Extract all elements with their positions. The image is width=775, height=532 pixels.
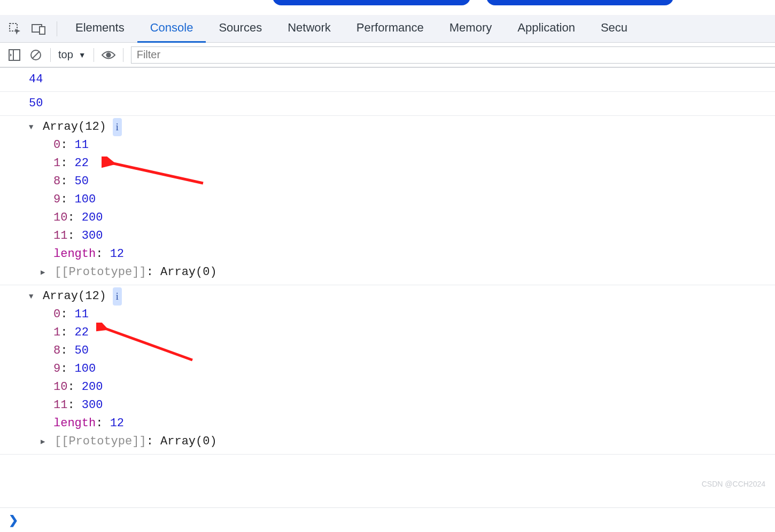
disclosure-triangle-icon[interactable] xyxy=(29,118,36,136)
tab-network[interactable]: Network xyxy=(275,15,344,43)
tab-memory[interactable]: Memory xyxy=(437,15,505,43)
disclosure-triangle-icon[interactable] xyxy=(41,263,48,281)
console-filter-input[interactable] xyxy=(131,46,775,64)
live-expression-icon[interactable] xyxy=(102,48,115,62)
tab-sources[interactable]: Sources xyxy=(206,15,275,43)
clear-console-icon[interactable] xyxy=(29,48,43,62)
context-label: top xyxy=(58,49,73,61)
toolbar-separator xyxy=(94,48,94,62)
svg-line-6 xyxy=(33,52,39,58)
tab-console[interactable]: Console xyxy=(137,15,206,43)
object-header: Array(12) xyxy=(43,118,106,136)
svg-rect-2 xyxy=(40,27,45,34)
tab-security[interactable]: Secu xyxy=(588,15,627,43)
devtools-tabstrip: Elements Console Sources Network Perform… xyxy=(0,15,775,43)
toolbar-separator xyxy=(123,48,123,62)
tab-performance[interactable]: Performance xyxy=(344,15,437,43)
console-toolbar: top ▼ xyxy=(0,43,775,67)
info-badge-icon[interactable]: i xyxy=(113,287,122,306)
object-header: Array(12) xyxy=(43,287,106,306)
object-body: 0: 11 1: 22 8: 50 9: 100 10: 200 11: 300… xyxy=(29,136,775,281)
toolbar-separator xyxy=(50,48,51,62)
svg-point-7 xyxy=(106,52,111,57)
console-log-row[interactable]: 44 xyxy=(0,68,775,92)
console-object-row[interactable]: Array(12) i 0: 11 1: 22 8: 50 9: 100 10:… xyxy=(0,285,775,455)
execution-context-selector[interactable]: top ▼ xyxy=(58,49,86,61)
log-value: 50 xyxy=(29,97,43,110)
console-object-row[interactable]: Array(12) i 0: 11 1: 22 8: 50 9: 100 10:… xyxy=(0,116,775,285)
tab-application[interactable]: Application xyxy=(505,15,588,43)
tab-elements[interactable]: Elements xyxy=(63,15,137,43)
info-badge-icon[interactable]: i xyxy=(113,118,122,136)
disclosure-triangle-icon[interactable] xyxy=(29,287,36,306)
tab-separator xyxy=(57,21,57,36)
chevron-down-icon: ▼ xyxy=(79,51,86,59)
log-value: 44 xyxy=(29,73,43,86)
top-pill-1 xyxy=(273,0,470,5)
page-top-decoration xyxy=(0,0,775,15)
object-body: 0: 11 1: 22 8: 50 9: 100 10: 200 11: 300… xyxy=(29,306,775,451)
top-pill-2 xyxy=(486,0,673,5)
disclosure-triangle-icon[interactable] xyxy=(41,433,48,451)
inspect-element-icon[interactable] xyxy=(7,21,22,36)
console-log-row[interactable]: 50 xyxy=(0,92,775,116)
device-toolbar-icon[interactable] xyxy=(31,21,46,36)
console-sidebar-toggle-icon[interactable] xyxy=(7,48,21,62)
